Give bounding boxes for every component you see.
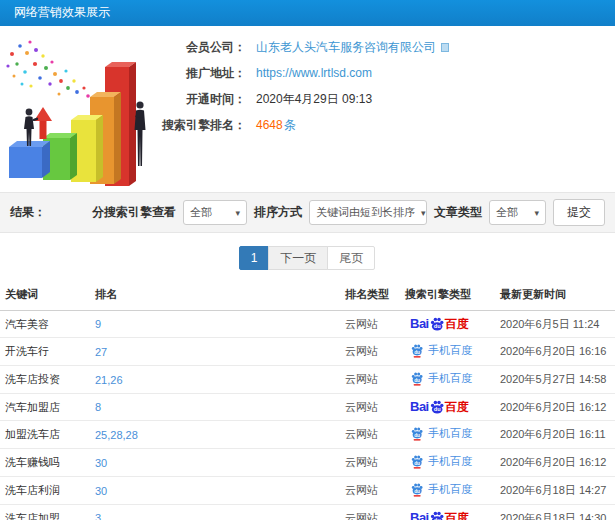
info-row-url: 推广地址： https://www.lrtlsd.com xyxy=(160,65,449,81)
table-row: 汽车加盟店 8 云网站 Bai du 百度 du xyxy=(0,394,615,421)
company-link[interactable]: 山东老人头汽车服务咨询有限公司 xyxy=(256,39,436,56)
rank-count-number: 4648 xyxy=(256,118,283,132)
caret-down-icon: ▾ xyxy=(534,208,539,218)
businessman-right xyxy=(135,101,146,166)
rank-cell[interactable]: 27 xyxy=(90,338,340,366)
mobile-baidu-paw-icon: du xyxy=(410,454,424,469)
top-section: 会员公司： 山东老人头汽车服务咨询有限公司 推广地址： https://www.… xyxy=(0,26,615,192)
baidu-pc-logo: Bai du 百度 xyxy=(410,510,469,520)
article-type-select[interactable]: 全部 ▾ xyxy=(489,200,546,225)
submit-button[interactable]: 提交 xyxy=(553,199,605,226)
keyword-cell: 汽车加盟店 xyxy=(0,394,90,421)
table-row: 汽车美容 9 云网站 Bai du 百度 du xyxy=(0,311,615,338)
table-row: 洗车赚钱吗 30 云网站 Bai du 百度 du xyxy=(0,449,615,477)
rank-cell[interactable]: 30 xyxy=(90,449,340,477)
mobile-baidu-paw-icon: du xyxy=(410,482,424,497)
rank-type-cell: 云网站 xyxy=(340,311,400,338)
engine-type-cell: Bai du 百度 du 手机百度 xyxy=(400,505,495,520)
baidu-paw-icon: du xyxy=(429,510,445,520)
baidu-paw-icon: du xyxy=(429,399,445,415)
baidu-paw-icon: du xyxy=(429,316,445,332)
svg-text:du: du xyxy=(414,350,420,355)
baidu-logo-text: Bai xyxy=(410,511,429,520)
engine-type-cell: Bai du 百度 du 手机百度 xyxy=(400,366,495,394)
col-engine-type: 搜索引擎类型 xyxy=(400,279,495,311)
company-badge-icon xyxy=(441,43,449,52)
baidu-pc-logo: Bai du 百度 xyxy=(410,316,469,332)
filter-bar: 结果： 分搜索引擎查看 全部 ▾ 排序方式 关键词由短到长排序 ▾ 文章类型 全… xyxy=(0,192,615,233)
engine-type-cell: Bai du 百度 du 手机百度 xyxy=(400,338,495,366)
baidu-mobile-logo: du 手机百度 xyxy=(410,426,472,441)
next-page-button[interactable]: 下一页 xyxy=(268,246,328,270)
rank-cell[interactable]: 25,28,28 xyxy=(90,421,340,449)
baidu-mobile-logo: du 手机百度 xyxy=(410,482,472,497)
col-keyword: 关键词 xyxy=(0,279,90,311)
table-row: 开洗车行 27 云网站 Bai du 百度 du xyxy=(0,338,615,366)
caret-down-icon: ▾ xyxy=(235,208,240,218)
article-type-value: 全部 xyxy=(496,205,518,220)
open-time-label: 开通时间： xyxy=(160,91,246,108)
promo-url-link[interactable]: https://www.lrtlsd.com xyxy=(256,66,372,80)
keyword-cell: 洗车店利润 xyxy=(0,477,90,505)
col-rank-type: 排名类型 xyxy=(340,279,400,311)
updated-cell: 2020年6月20日 16:11 xyxy=(495,421,615,449)
table-header-row: 关键词 排名 排名类型 搜索引擎类型 最新更新时间 xyxy=(0,279,615,311)
updated-cell: 2020年6月18日 14:30 xyxy=(495,505,615,520)
engine-type-cell: Bai du 百度 du 手机百度 xyxy=(400,477,495,505)
mobile-baidu-label: 手机百度 xyxy=(428,371,472,386)
bar-chart-illustration xyxy=(0,26,160,188)
baidu-logo-cn-text: 百度 xyxy=(445,511,469,520)
baidu-mobile-logo: du 手机百度 xyxy=(410,343,472,358)
last-page-button[interactable]: 尾页 xyxy=(327,246,375,270)
page-title: 网络营销效果展示 xyxy=(14,5,110,19)
table-row: 洗车店投资 21,26 云网站 Bai du 百度 du xyxy=(0,366,615,394)
svg-text:du: du xyxy=(414,461,420,466)
engine-filter-value: 全部 xyxy=(190,205,212,220)
businessman-left xyxy=(24,109,38,146)
rank-cell[interactable]: 21,26 xyxy=(90,366,340,394)
bar-blue xyxy=(9,141,50,178)
keyword-cell: 洗车店投资 xyxy=(0,366,90,394)
mobile-baidu-paw-icon: du xyxy=(410,343,424,358)
rank-cell[interactable]: 8 xyxy=(90,394,340,421)
updated-cell: 2020年6月18日 14:27 xyxy=(495,477,615,505)
rank-cell[interactable]: 30 xyxy=(90,477,340,505)
rank-type-cell: 云网站 xyxy=(340,421,400,449)
engine-type-cell: Bai du 百度 du 手机百度 xyxy=(400,311,495,338)
svg-text:du: du xyxy=(414,378,420,383)
rank-cell[interactable]: 9 xyxy=(90,311,340,338)
pagination: 1 下一页 尾页 xyxy=(0,246,615,270)
mobile-baidu-label: 手机百度 xyxy=(428,482,472,497)
engine-filter-select[interactable]: 全部 ▾ xyxy=(183,200,247,225)
engine-type-cell: Bai du 百度 du 手机百度 xyxy=(400,421,495,449)
keyword-cell: 开洗车行 xyxy=(0,338,90,366)
engine-type-cell: Bai du 百度 du 手机百度 xyxy=(400,449,495,477)
rank-cell[interactable]: 3 xyxy=(90,505,340,520)
open-time-value: 2020年4月29日 09:13 xyxy=(256,91,372,108)
col-rank: 排名 xyxy=(90,279,340,311)
rank-type-cell: 云网站 xyxy=(340,394,400,421)
keyword-cell: 加盟洗车店 xyxy=(0,421,90,449)
keyword-cell: 洗车赚钱吗 xyxy=(0,449,90,477)
svg-text:du: du xyxy=(414,489,420,494)
keyword-cell: 汽车美容 xyxy=(0,311,90,338)
baidu-logo-text: Bai xyxy=(410,317,429,331)
growth-chart-graphic xyxy=(0,26,160,188)
table-row: 洗车店利润 30 云网站 Bai du 百度 du xyxy=(0,477,615,505)
engine-type-cell: Bai du 百度 du 手机百度 xyxy=(400,394,495,421)
page-1-button[interactable]: 1 xyxy=(239,246,270,270)
baidu-logo-cn-text: 百度 xyxy=(445,317,469,331)
sort-select[interactable]: 关键词由短到长排序 ▾ xyxy=(309,200,427,225)
result-label: 结果： xyxy=(10,204,46,221)
rank-type-cell: 云网站 xyxy=(340,505,400,520)
mobile-baidu-label: 手机百度 xyxy=(428,343,472,358)
info-row-rank-count: 搜索引擎排名： 4648 条 xyxy=(160,117,449,133)
table-row: 加盟洗车店 25,28,28 云网站 Bai du 百度 du xyxy=(0,421,615,449)
caret-down-icon: ▾ xyxy=(421,208,426,218)
mobile-baidu-paw-icon: du xyxy=(410,426,424,441)
sort-value: 关键词由短到长排序 xyxy=(316,205,415,220)
col-updated: 最新更新时间 xyxy=(495,279,615,311)
svg-text:du: du xyxy=(433,406,440,412)
baidu-logo-cn-text: 百度 xyxy=(445,400,469,414)
baidu-mobile-logo: du 手机百度 xyxy=(410,371,472,386)
